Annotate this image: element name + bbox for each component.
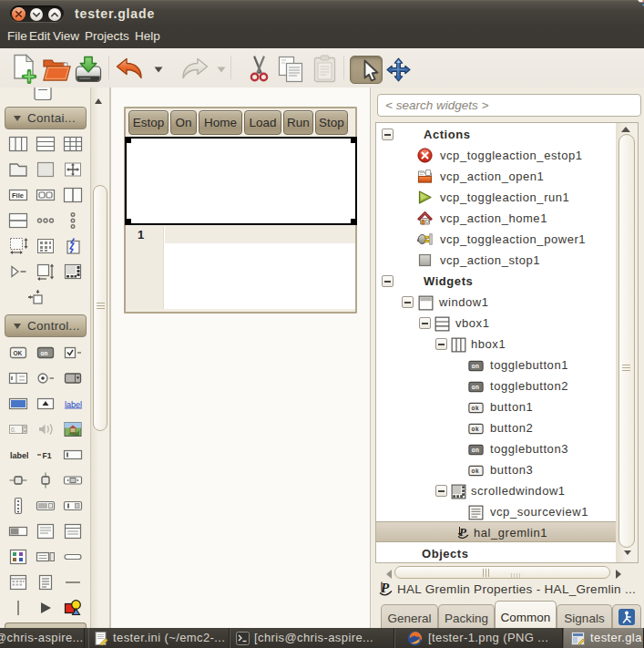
svg-text:on: on [472, 363, 480, 369]
svg-text:label: label [10, 451, 28, 460]
svg-text:on: on [472, 384, 480, 390]
svg-text:on: on [472, 447, 480, 453]
svg-text:F1: F1 [43, 451, 52, 460]
svg-text:ok: ok [471, 426, 479, 432]
svg-text:ok: ok [471, 468, 479, 474]
svg-text:label: label [65, 400, 82, 409]
svg-text:0.: 0. [11, 427, 16, 433]
svg-text:on: on [41, 350, 48, 356]
svg-text:File: File [12, 191, 24, 200]
svg-text:OK: OK [14, 350, 23, 356]
svg-text:ok: ok [471, 405, 479, 411]
